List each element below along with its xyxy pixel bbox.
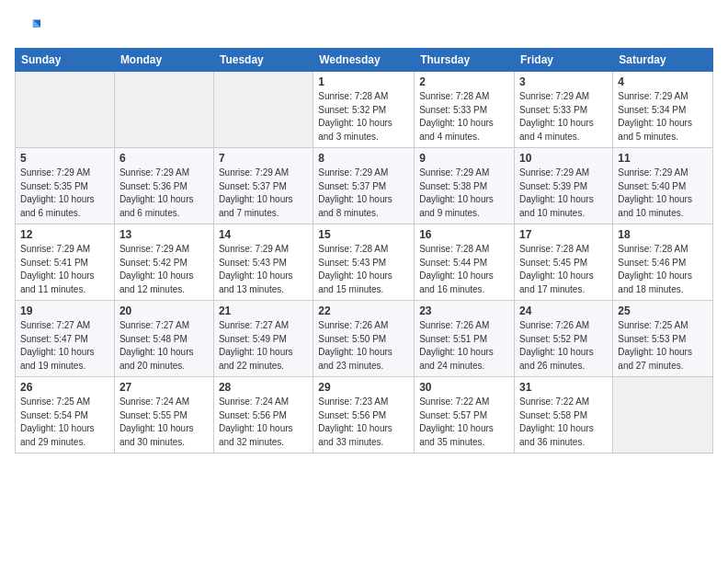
calendar-cell: 19Sunrise: 7:27 AM Sunset: 5:47 PM Dayli… <box>16 301 115 377</box>
calendar-cell: 5Sunrise: 7:29 AM Sunset: 5:35 PM Daylig… <box>16 148 115 224</box>
calendar-cell: 27Sunrise: 7:24 AM Sunset: 5:55 PM Dayli… <box>114 377 213 454</box>
day-number: 29 <box>318 381 409 394</box>
day-number: 20 <box>119 304 209 317</box>
day-info: Sunrise: 7:29 AM Sunset: 5:38 PM Dayligh… <box>419 167 509 220</box>
calendar-cell: 6Sunrise: 7:29 AM Sunset: 5:36 PM Daylig… <box>114 148 213 224</box>
weekday-header: Monday <box>114 49 213 72</box>
day-info: Sunrise: 7:28 AM Sunset: 5:46 PM Dayligh… <box>618 243 708 296</box>
day-info: Sunrise: 7:29 AM Sunset: 5:35 PM Dayligh… <box>20 167 109 220</box>
weekday-header: Wednesday <box>313 49 415 72</box>
day-number: 28 <box>219 381 308 394</box>
weekday-header: Thursday <box>415 49 515 72</box>
day-number: 24 <box>519 304 608 317</box>
day-number: 31 <box>519 381 608 394</box>
calendar-cell: 7Sunrise: 7:29 AM Sunset: 5:37 PM Daylig… <box>213 148 313 224</box>
day-number: 3 <box>519 75 608 88</box>
day-info: Sunrise: 7:25 AM Sunset: 5:54 PM Dayligh… <box>20 396 109 449</box>
day-info: Sunrise: 7:25 AM Sunset: 5:53 PM Dayligh… <box>618 319 708 373</box>
calendar-cell: 30Sunrise: 7:22 AM Sunset: 5:57 PM Dayli… <box>415 377 515 454</box>
day-info: Sunrise: 7:29 AM Sunset: 5:41 PM Dayligh… <box>20 243 109 296</box>
calendar-cell: 13Sunrise: 7:29 AM Sunset: 5:42 PM Dayli… <box>114 224 213 301</box>
calendar-week-row: 26Sunrise: 7:25 AM Sunset: 5:54 PM Dayli… <box>16 377 713 454</box>
calendar-cell: 22Sunrise: 7:26 AM Sunset: 5:50 PM Dayli… <box>313 301 415 377</box>
day-number: 9 <box>419 152 509 165</box>
day-info: Sunrise: 7:28 AM Sunset: 5:32 PM Dayligh… <box>318 90 409 144</box>
day-number: 12 <box>20 228 109 241</box>
calendar-week-row: 19Sunrise: 7:27 AM Sunset: 5:47 PM Dayli… <box>16 301 713 377</box>
day-info: Sunrise: 7:29 AM Sunset: 5:33 PM Dayligh… <box>519 90 608 144</box>
calendar-cell: 8Sunrise: 7:29 AM Sunset: 5:37 PM Daylig… <box>313 148 415 224</box>
page-container: SundayMondayTuesdayWednesdayThursdayFrid… <box>0 0 728 465</box>
day-number: 26 <box>20 381 109 394</box>
day-number: 23 <box>419 304 509 317</box>
day-info: Sunrise: 7:24 AM Sunset: 5:56 PM Dayligh… <box>219 396 308 449</box>
calendar-cell: 23Sunrise: 7:26 AM Sunset: 5:51 PM Dayli… <box>415 301 515 377</box>
day-number: 14 <box>219 228 308 241</box>
day-info: Sunrise: 7:23 AM Sunset: 5:56 PM Dayligh… <box>318 396 409 449</box>
day-info: Sunrise: 7:26 AM Sunset: 5:50 PM Dayligh… <box>318 319 409 373</box>
day-info: Sunrise: 7:22 AM Sunset: 5:58 PM Dayligh… <box>519 396 608 449</box>
day-number: 17 <box>519 228 608 241</box>
calendar-table: SundayMondayTuesdayWednesdayThursdayFrid… <box>15 48 713 454</box>
calendar-cell: 15Sunrise: 7:28 AM Sunset: 5:43 PM Dayli… <box>313 224 415 301</box>
day-info: Sunrise: 7:27 AM Sunset: 5:48 PM Dayligh… <box>119 319 209 373</box>
day-info: Sunrise: 7:22 AM Sunset: 5:57 PM Dayligh… <box>419 396 509 449</box>
calendar-cell: 25Sunrise: 7:25 AM Sunset: 5:53 PM Dayli… <box>613 301 713 377</box>
day-number: 7 <box>219 152 308 165</box>
calendar-cell: 26Sunrise: 7:25 AM Sunset: 5:54 PM Dayli… <box>16 377 115 454</box>
calendar-cell: 20Sunrise: 7:27 AM Sunset: 5:48 PM Dayli… <box>114 301 213 377</box>
calendar-cell: 12Sunrise: 7:29 AM Sunset: 5:41 PM Dayli… <box>16 224 115 301</box>
day-info: Sunrise: 7:28 AM Sunset: 5:45 PM Dayligh… <box>519 243 608 296</box>
calendar-cell: 1Sunrise: 7:28 AM Sunset: 5:32 PM Daylig… <box>313 72 415 148</box>
day-info: Sunrise: 7:29 AM Sunset: 5:42 PM Dayligh… <box>119 243 209 296</box>
weekday-header: Sunday <box>16 49 115 72</box>
day-number: 1 <box>318 75 409 88</box>
day-number: 11 <box>618 152 708 165</box>
day-number: 2 <box>419 75 509 88</box>
calendar-cell: 28Sunrise: 7:24 AM Sunset: 5:56 PM Dayli… <box>213 377 313 454</box>
day-info: Sunrise: 7:28 AM Sunset: 5:33 PM Dayligh… <box>419 90 509 144</box>
calendar-cell: 11Sunrise: 7:29 AM Sunset: 5:40 PM Dayli… <box>613 148 713 224</box>
calendar-cell: 29Sunrise: 7:23 AM Sunset: 5:56 PM Dayli… <box>313 377 415 454</box>
weekday-header: Tuesday <box>213 49 313 72</box>
day-number: 15 <box>318 228 409 241</box>
day-number: 16 <box>419 228 509 241</box>
day-info: Sunrise: 7:29 AM Sunset: 5:37 PM Dayligh… <box>219 167 308 220</box>
calendar-cell: 14Sunrise: 7:29 AM Sunset: 5:43 PM Dayli… <box>213 224 313 301</box>
weekday-header: Friday <box>515 49 613 72</box>
day-info: Sunrise: 7:29 AM Sunset: 5:34 PM Dayligh… <box>618 90 708 144</box>
day-info: Sunrise: 7:29 AM Sunset: 5:37 PM Dayligh… <box>318 167 409 220</box>
day-info: Sunrise: 7:27 AM Sunset: 5:49 PM Dayligh… <box>219 319 308 373</box>
day-info: Sunrise: 7:29 AM Sunset: 5:36 PM Dayligh… <box>119 167 209 220</box>
day-number: 4 <box>618 75 708 88</box>
day-info: Sunrise: 7:29 AM Sunset: 5:39 PM Dayligh… <box>519 167 608 220</box>
logo <box>15 15 44 40</box>
header <box>15 15 713 40</box>
weekday-header: Saturday <box>613 49 713 72</box>
calendar-cell <box>16 72 115 148</box>
day-number: 19 <box>20 304 109 317</box>
day-number: 21 <box>219 304 308 317</box>
day-number: 13 <box>119 228 209 241</box>
day-number: 30 <box>419 381 509 394</box>
day-number: 18 <box>618 228 708 241</box>
day-number: 25 <box>618 304 708 317</box>
day-number: 8 <box>318 152 409 165</box>
calendar-cell: 3Sunrise: 7:29 AM Sunset: 5:33 PM Daylig… <box>515 72 613 148</box>
day-info: Sunrise: 7:28 AM Sunset: 5:44 PM Dayligh… <box>419 243 509 296</box>
calendar-cell <box>114 72 213 148</box>
calendar-week-row: 12Sunrise: 7:29 AM Sunset: 5:41 PM Dayli… <box>16 224 713 301</box>
day-number: 10 <box>519 152 608 165</box>
day-number: 6 <box>119 152 209 165</box>
day-info: Sunrise: 7:29 AM Sunset: 5:40 PM Dayligh… <box>618 167 708 220</box>
calendar-cell: 17Sunrise: 7:28 AM Sunset: 5:45 PM Dayli… <box>515 224 613 301</box>
day-info: Sunrise: 7:27 AM Sunset: 5:47 PM Dayligh… <box>20 319 109 373</box>
calendar-cell: 24Sunrise: 7:26 AM Sunset: 5:52 PM Dayli… <box>515 301 613 377</box>
day-number: 5 <box>20 152 109 165</box>
calendar-week-row: 1Sunrise: 7:28 AM Sunset: 5:32 PM Daylig… <box>16 72 713 148</box>
calendar-cell: 9Sunrise: 7:29 AM Sunset: 5:38 PM Daylig… <box>415 148 515 224</box>
day-info: Sunrise: 7:24 AM Sunset: 5:55 PM Dayligh… <box>119 396 209 449</box>
calendar-cell: 18Sunrise: 7:28 AM Sunset: 5:46 PM Dayli… <box>613 224 713 301</box>
day-info: Sunrise: 7:26 AM Sunset: 5:52 PM Dayligh… <box>519 319 608 373</box>
day-info: Sunrise: 7:29 AM Sunset: 5:43 PM Dayligh… <box>219 243 308 296</box>
